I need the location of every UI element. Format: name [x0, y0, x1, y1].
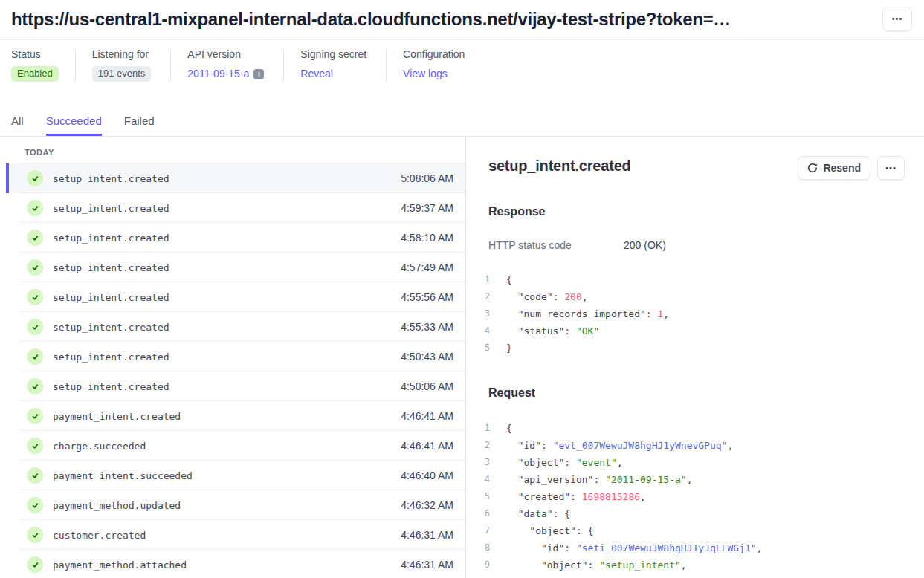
code-line: 6 "data": { [488, 505, 905, 522]
info-icon[interactable]: i [253, 69, 264, 79]
event-time: 4:57:49 AM [401, 262, 453, 273]
ellipsis-icon: ••• [892, 15, 903, 23]
detail-header: setup_intent.created Resend ••• [488, 156, 905, 180]
success-check-icon [27, 289, 43, 305]
event-rows: setup_intent.created5:08:06 AMsetup_inte… [0, 163, 465, 578]
event-type-label: setup_intent.created [53, 262, 169, 273]
tab-all[interactable]: All [11, 114, 24, 136]
code-line: 3 "num_records_imported": 1, [488, 305, 905, 322]
code-text: "id": "evt_007WewuJW8hgHJ1yWnevGPuq", [506, 437, 733, 454]
webhook-endpoint-page: https://us-central1-mixpanel-internal-da… [0, 0, 924, 578]
line-number: 8 [478, 539, 490, 556]
meta-label: API version [187, 48, 264, 60]
meta-listening-for: Listening for191 events [75, 48, 171, 82]
event-list-item[interactable]: payment_intent.created4:46:41 AM [0, 401, 465, 431]
event-list-section-header: TODAY [0, 137, 465, 163]
code-line: 9 "object": "setup_intent", [488, 556, 905, 574]
event-list-item[interactable]: setup_intent.created4:50:06 AM [0, 371, 465, 401]
request-section-heading: Request [488, 386, 905, 400]
endpoint-meta: StatusEnabledListening for191 eventsAPI … [0, 40, 924, 91]
http-status-value: 200 (OK) [624, 239, 666, 251]
event-type-label: setup_intent.created [53, 233, 169, 244]
code-line: 1{ [488, 420, 905, 437]
event-time: 4:55:33 AM [401, 321, 453, 333]
event-time: 4:46:41 AM [401, 410, 453, 422]
meta-value-link[interactable]: View logs [403, 66, 448, 82]
event-list-item[interactable]: setup_intent.created4:59:37 AM [0, 193, 465, 223]
status-badge: Enabled [11, 66, 59, 82]
response-code: 1{2 "code": 200,3 "num_records_imported"… [488, 271, 905, 357]
event-type-label: setup_intent.created [53, 203, 169, 214]
http-status-label: HTTP status code [488, 239, 624, 251]
code-text: "object": { [506, 522, 593, 539]
code-text: "data": { [506, 505, 570, 522]
tab-succeeded[interactable]: Succeeded [46, 114, 102, 136]
code-line: 2 "code": 200, [488, 288, 905, 305]
success-check-icon [27, 259, 43, 276]
ellipsis-icon: ••• [885, 164, 896, 172]
code-text: } [506, 340, 512, 357]
resend-button-label: Resend [823, 162, 861, 174]
event-list-item[interactable]: setup_intent.created4:50:43 AM [0, 342, 465, 371]
event-type-label: payment_method.updated [53, 500, 181, 511]
line-number: 7 [478, 522, 490, 539]
line-number: 6 [478, 505, 490, 522]
event-detail-panel: setup_intent.created Resend ••• [466, 137, 924, 578]
code-text: { [506, 420, 512, 437]
event-list-item[interactable]: setup_intent.created4:58:10 AM [0, 223, 465, 253]
tab-failed[interactable]: Failed [124, 114, 155, 136]
code-text: "num_records_imported": 1, [506, 305, 669, 322]
event-list-item[interactable]: charge.succeeded4:46:41 AM [0, 431, 465, 461]
code-text: "id": "seti_007WewuJW8hgHJ1yJqLFWGj1", [506, 539, 762, 556]
meta-value-link[interactable]: 2011-09-15-ai [187, 66, 264, 82]
meta-label: Listening for [92, 48, 152, 60]
line-number: 3 [478, 454, 490, 471]
event-type-label: payment_method.attached [53, 559, 187, 571]
event-list-item[interactable]: setup_intent.created4:55:56 AM [0, 282, 465, 312]
header-overflow-button[interactable]: ••• [882, 7, 912, 31]
success-check-icon [27, 378, 43, 394]
event-list-panel: TODAY setup_intent.created5:08:06 AMsetu… [0, 137, 466, 578]
event-list-item[interactable]: customer.created4:46:31 AM [0, 520, 465, 550]
code-line: 1{ [488, 271, 905, 288]
success-check-icon [27, 497, 43, 513]
success-check-icon [27, 200, 43, 216]
event-type-label: setup_intent.created [53, 292, 169, 303]
resend-button[interactable]: Resend [798, 156, 870, 180]
status-badge: 191 events [92, 66, 152, 82]
line-number: 2 [478, 437, 490, 454]
response-section-heading: Response [488, 205, 905, 218]
success-check-icon [27, 467, 43, 484]
code-text: "object": "event", [506, 454, 623, 471]
code-line: 4 "status": "OK" [488, 322, 905, 340]
event-type-label: setup_intent.created [53, 173, 169, 184]
code-text: "status": "OK" [506, 322, 599, 340]
meta-api-version: API version2011-09-15-ai [170, 48, 283, 82]
meta-label: Status [11, 48, 59, 60]
event-list-item[interactable]: setup_intent.created4:57:49 AM [0, 253, 465, 282]
event-list-item[interactable]: payment_method.attached4:46:31 AM [0, 550, 465, 578]
line-number: 5 [478, 340, 490, 357]
line-number: 4 [478, 322, 490, 340]
line-number: 2 [478, 288, 490, 305]
success-check-icon [27, 170, 43, 186]
code-line: 7 "object": { [488, 522, 905, 539]
event-time: 5:08:06 AM [401, 172, 453, 184]
meta-value-link[interactable]: Reveal [300, 66, 333, 82]
code-text: "code": 200, [506, 288, 588, 305]
meta-status: StatusEnabled [11, 48, 75, 82]
code-text: { [506, 271, 512, 288]
success-check-icon [27, 408, 43, 424]
event-time: 4:46:31 AM [401, 559, 453, 571]
line-number: 3 [478, 305, 490, 322]
event-list-item[interactable]: payment_intent.succeeded4:46:40 AM [0, 461, 465, 490]
code-text: "created": 1698815286, [506, 488, 646, 505]
event-detail-title: setup_intent.created [488, 158, 631, 175]
event-time: 4:55:56 AM [401, 291, 453, 303]
event-time: 4:46:41 AM [401, 440, 453, 452]
event-list-item[interactable]: setup_intent.created5:08:06 AM [0, 163, 465, 193]
event-list-item[interactable]: setup_intent.created4:55:33 AM [0, 312, 465, 342]
detail-overflow-button[interactable]: ••• [877, 156, 905, 180]
event-list-item[interactable]: payment_method.updated4:46:32 AM [0, 490, 465, 520]
success-check-icon [27, 527, 43, 543]
